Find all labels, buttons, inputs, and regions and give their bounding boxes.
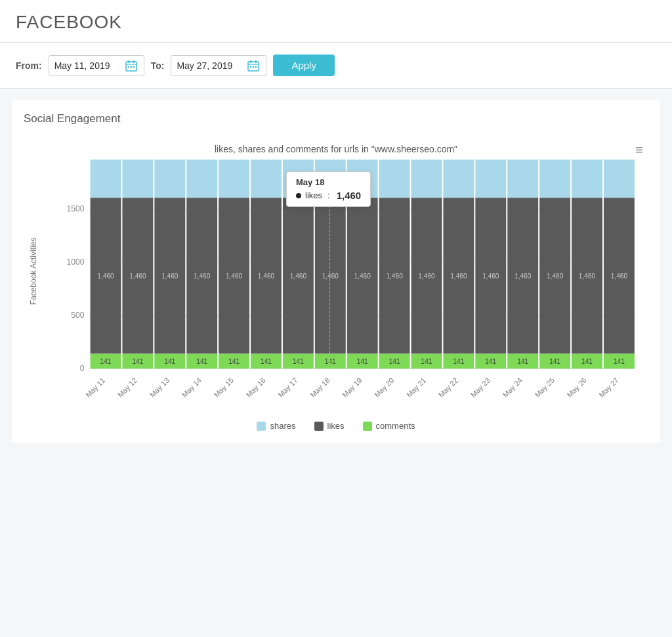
- svg-text:141: 141: [325, 358, 336, 365]
- svg-rect-4: [127, 66, 129, 68]
- svg-text:141: 141: [164, 358, 175, 365]
- legend-likes: likes: [314, 421, 345, 431]
- apply-button[interactable]: Apply: [273, 55, 335, 76]
- svg-text:141: 141: [293, 358, 304, 365]
- chart-title: likes, shares and comments for urls in "…: [24, 144, 648, 154]
- svg-rect-94: [411, 160, 442, 198]
- svg-text:141: 141: [132, 358, 143, 365]
- svg-text:May 26: May 26: [566, 376, 588, 399]
- svg-text:May 16: May 16: [245, 376, 267, 399]
- svg-rect-80: [347, 160, 378, 198]
- svg-text:1,460: 1,460: [547, 273, 564, 280]
- svg-rect-6: [133, 66, 135, 68]
- svg-rect-136: [604, 160, 635, 198]
- svg-rect-38: [154, 160, 185, 198]
- legend-comments: comments: [363, 421, 415, 431]
- svg-rect-12: [253, 66, 255, 68]
- svg-text:May 14: May 14: [180, 376, 203, 399]
- svg-text:1,460: 1,460: [579, 273, 596, 280]
- svg-text:141: 141: [485, 358, 496, 365]
- svg-text:141: 141: [357, 358, 368, 365]
- svg-rect-10: [255, 60, 257, 63]
- svg-rect-13: [255, 66, 257, 68]
- svg-text:May 21: May 21: [405, 376, 427, 399]
- svg-text:1,460: 1,460: [611, 273, 628, 280]
- svg-text:May 15: May 15: [213, 376, 235, 399]
- y-axis-label: Facebook Activities: [29, 238, 38, 305]
- page-header: FACEBOOK: [0, 0, 672, 43]
- svg-rect-52: [219, 160, 249, 198]
- svg-text:141: 141: [453, 358, 464, 365]
- svg-rect-2: [128, 60, 130, 63]
- section-title: Social Engagement: [24, 112, 648, 125]
- svg-rect-3: [133, 60, 135, 63]
- svg-text:May 20: May 20: [373, 376, 395, 399]
- svg-text:141: 141: [549, 358, 560, 365]
- svg-text:1,460: 1,460: [418, 273, 435, 280]
- svg-text:141: 141: [389, 358, 400, 365]
- svg-rect-115: [507, 160, 538, 198]
- from-date-input[interactable]: [54, 60, 120, 71]
- svg-rect-87: [379, 160, 410, 198]
- svg-rect-129: [572, 160, 602, 198]
- from-label: From:: [16, 60, 42, 71]
- chart-menu-icon[interactable]: ≡: [635, 143, 643, 158]
- svg-text:141: 141: [581, 358, 593, 365]
- svg-text:May 13: May 13: [148, 376, 171, 399]
- svg-text:141: 141: [261, 358, 272, 365]
- svg-text:May 22: May 22: [437, 376, 459, 399]
- svg-text:1,460: 1,460: [290, 273, 307, 280]
- likes-legend-color: [314, 422, 324, 431]
- svg-rect-101: [443, 160, 474, 198]
- svg-rect-122: [539, 160, 570, 198]
- svg-text:1500: 1500: [66, 204, 84, 213]
- svg-text:1,460: 1,460: [226, 273, 243, 280]
- svg-text:1,460: 1,460: [322, 273, 339, 280]
- svg-text:500: 500: [71, 311, 84, 320]
- svg-rect-45: [186, 160, 217, 198]
- shares-legend-color: [257, 422, 266, 431]
- svg-text:May 19: May 19: [341, 376, 363, 399]
- svg-rect-108: [475, 160, 506, 198]
- svg-text:May 18: May 18: [308, 376, 331, 399]
- svg-text:May 25: May 25: [534, 376, 556, 399]
- chart-container: likes, shares and comments for urls in "…: [24, 137, 648, 443]
- svg-text:1,460: 1,460: [354, 273, 371, 280]
- legend-shares: shares: [257, 421, 295, 431]
- svg-text:May 17: May 17: [277, 376, 299, 399]
- svg-rect-59: [251, 160, 282, 198]
- page-title: FACEBOOK: [16, 12, 656, 33]
- svg-text:141: 141: [228, 358, 240, 365]
- svg-rect-5: [130, 66, 132, 68]
- to-date-input[interactable]: [177, 60, 242, 71]
- svg-text:May 11: May 11: [84, 376, 106, 399]
- svg-text:141: 141: [614, 358, 625, 365]
- svg-text:141: 141: [517, 358, 528, 365]
- svg-rect-9: [250, 60, 252, 63]
- svg-text:1,460: 1,460: [514, 273, 532, 280]
- svg-text:1,460: 1,460: [194, 273, 211, 280]
- svg-rect-66: [283, 160, 314, 198]
- svg-text:1,460: 1,460: [386, 273, 403, 280]
- to-calendar-icon[interactable]: [246, 58, 261, 73]
- svg-text:May 12: May 12: [116, 376, 138, 399]
- svg-text:141: 141: [421, 358, 432, 365]
- filter-bar: From: To:: [0, 43, 672, 89]
- comments-legend-label: comments: [376, 421, 415, 431]
- svg-text:1,460: 1,460: [97, 273, 114, 280]
- chart-svg-wrapper: 0 500 1000 1500 3721,460141May 113721,46…: [63, 160, 642, 409]
- from-calendar-icon[interactable]: [124, 58, 138, 73]
- svg-text:1,460: 1,460: [450, 273, 467, 280]
- shares-legend-label: shares: [270, 421, 295, 431]
- svg-text:1,460: 1,460: [258, 273, 275, 280]
- svg-text:0: 0: [80, 364, 85, 373]
- svg-rect-73: [315, 160, 346, 198]
- svg-text:May 27: May 27: [598, 376, 620, 399]
- social-engagement-section: Social Engagement likes, shares and comm…: [12, 100, 660, 443]
- to-label: To:: [151, 60, 165, 71]
- svg-text:141: 141: [100, 358, 112, 365]
- svg-text:1000: 1000: [66, 257, 84, 267]
- svg-text:May 24: May 24: [501, 376, 524, 399]
- svg-rect-11: [250, 66, 252, 68]
- svg-text:May 23: May 23: [469, 376, 492, 399]
